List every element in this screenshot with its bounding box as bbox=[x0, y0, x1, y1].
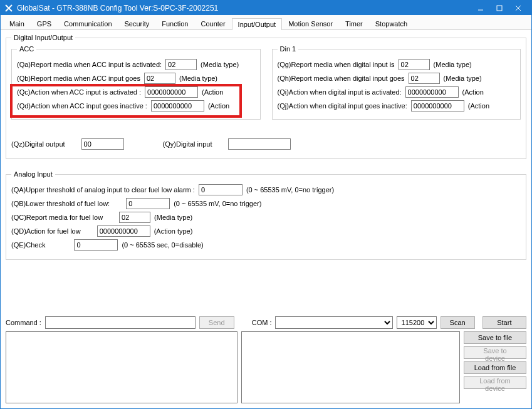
input-qe-check[interactable] bbox=[74, 239, 118, 251]
tab-strip: Main GPS Communication Security Function… bbox=[1, 15, 531, 30]
tab-communication[interactable]: Communication bbox=[58, 18, 118, 29]
log-left[interactable] bbox=[6, 331, 237, 403]
tab-timer[interactable]: Timer bbox=[339, 18, 369, 29]
app-icon bbox=[4, 4, 13, 13]
group-din1: Din 1 (Qg)Report media when digital inpu… bbox=[272, 45, 521, 120]
note-qb: (Media type) bbox=[179, 75, 217, 82]
label-qi: (Qi)Action when digital input is activat… bbox=[278, 88, 402, 96]
input-qj[interactable] bbox=[411, 100, 464, 111]
window-title: GlobalSat - GTR-388NB Config Tool Ver:S-… bbox=[17, 4, 471, 13]
tab-security[interactable]: Security bbox=[118, 18, 156, 29]
label-qa: (Qa)Report media when ACC input is activ… bbox=[17, 61, 162, 68]
tab-motion-sensor[interactable]: Motion Sensor bbox=[282, 18, 339, 29]
note-qj: (Action bbox=[468, 102, 489, 110]
legend-digital-io: Digital Input/Output bbox=[11, 34, 75, 41]
input-command[interactable] bbox=[45, 316, 196, 329]
minimize-button[interactable] bbox=[471, 1, 490, 15]
label-qd-action: (QD)Action for fuel low bbox=[11, 227, 81, 235]
row-qg: (Qg)Report media when digital input is (… bbox=[278, 59, 516, 70]
label-qe-check: (QE)Check bbox=[11, 241, 45, 249]
note-qd: (Action bbox=[208, 102, 229, 110]
row-qc: (Qc)Action when ACC input is activated :… bbox=[17, 86, 255, 98]
close-button[interactable] bbox=[509, 1, 528, 15]
tab-counter[interactable]: Counter bbox=[194, 18, 231, 29]
note-qi: (Action bbox=[462, 88, 484, 96]
input-qc[interactable] bbox=[145, 86, 198, 98]
input-qb-lower[interactable] bbox=[126, 198, 170, 209]
row-qe-check: (QE)Check (0 ~ 65535 sec, 0=disable) bbox=[11, 239, 521, 251]
tab-content: Digital Input/Output ACC (Qa)Report medi… bbox=[1, 30, 531, 269]
legend-acc: ACC bbox=[17, 45, 36, 53]
note-qb-lower: (0 ~ 65535 mV, 0=no trigger) bbox=[174, 200, 261, 207]
note-qc-media: (Media type) bbox=[154, 214, 192, 221]
label-qc: (Qc)Action when ACC input is activated : bbox=[17, 88, 141, 96]
input-qa[interactable] bbox=[165, 59, 197, 70]
tab-main[interactable]: Main bbox=[3, 18, 31, 29]
row-qb: (Qb)Report media when ACC input goes (Me… bbox=[17, 73, 255, 84]
label-com: COM : bbox=[252, 319, 272, 326]
tab-gps[interactable]: GPS bbox=[31, 18, 58, 29]
input-qa-upper[interactable] bbox=[199, 184, 243, 195]
label-qb-lower: (QB)Lower threshold of fuel low: bbox=[11, 200, 110, 207]
input-qz[interactable] bbox=[81, 138, 124, 150]
row-qj: (Qj)Action when digital input goes inact… bbox=[278, 100, 516, 111]
app-window: GlobalSat - GTR-388NB Config Tool Ver:S-… bbox=[0, 0, 532, 409]
input-qi[interactable] bbox=[405, 86, 459, 98]
tab-stopwatch[interactable]: Stopwatch bbox=[369, 18, 414, 29]
select-com-port[interactable] bbox=[275, 316, 392, 329]
label-command: Command : bbox=[6, 319, 41, 326]
maximize-button[interactable] bbox=[490, 1, 509, 15]
legend-analog: Analog Input bbox=[11, 170, 55, 178]
note-qd-action: (Action type) bbox=[154, 227, 193, 235]
row-qi: (Qi)Action when digital input is activat… bbox=[278, 86, 516, 98]
input-qy[interactable] bbox=[228, 138, 291, 150]
row-qc-media: (QC)Report media for fuel low (Media typ… bbox=[11, 212, 521, 223]
row-qh: (Qh)Report media when digital input goes… bbox=[278, 73, 516, 84]
input-qg[interactable] bbox=[399, 59, 430, 70]
group-digital-io: Digital Input/Output ACC (Qa)Report medi… bbox=[6, 34, 526, 159]
row-qd: (Qd)Action when ACC input goes inactive … bbox=[17, 100, 255, 111]
label-qz: (Qz)Digital output bbox=[11, 140, 65, 148]
log-panes: Save to file Save to device Load from fi… bbox=[6, 331, 526, 403]
svg-rect-1 bbox=[497, 6, 502, 11]
note-qh: (Media type) bbox=[444, 75, 482, 82]
label-qj: (Qj)Action when digital input goes inact… bbox=[278, 102, 407, 110]
group-acc: ACC (Qa)Report media when ACC input is a… bbox=[11, 45, 261, 120]
row-qb-lower: (QB)Lower threshold of fuel low: (0 ~ 65… bbox=[11, 198, 521, 209]
scan-button[interactable]: Scan bbox=[441, 316, 475, 329]
input-qb[interactable] bbox=[144, 73, 175, 84]
side-buttons: Save to file Save to device Load from fi… bbox=[464, 331, 526, 403]
bottom-panel: Command : Send COM : 115200 Scan Start S… bbox=[6, 316, 526, 403]
row-qd-action: (QD)Action for fuel low (Action type) bbox=[11, 225, 521, 237]
input-qc-media[interactable] bbox=[119, 212, 150, 223]
note-qe-check: (0 ~ 65535 sec, 0=disable) bbox=[122, 241, 203, 249]
input-qd-action[interactable] bbox=[97, 225, 150, 237]
input-qh[interactable] bbox=[409, 73, 440, 84]
note-qg: (Media type) bbox=[434, 61, 472, 68]
start-button[interactable]: Start bbox=[482, 316, 526, 329]
save-to-file-button[interactable]: Save to file bbox=[464, 331, 526, 344]
label-qc-media: (QC)Report media for fuel low bbox=[11, 214, 103, 221]
tab-input-output[interactable]: Input/Output bbox=[232, 18, 283, 30]
input-qd[interactable] bbox=[151, 100, 204, 111]
send-button[interactable]: Send bbox=[199, 316, 234, 329]
label-qd: (Qd)Action when ACC input goes inactive … bbox=[17, 102, 147, 110]
row-qa: (Qa)Report media when ACC input is activ… bbox=[17, 59, 255, 70]
note-qc: (Action bbox=[202, 88, 223, 96]
load-from-file-button[interactable]: Load from file bbox=[464, 361, 526, 374]
label-qy: (Qy)Digital input bbox=[163, 140, 212, 148]
save-to-device-button[interactable]: Save to device bbox=[464, 346, 526, 359]
select-baud-rate[interactable]: 115200 bbox=[397, 316, 437, 329]
titlebar: GlobalSat - GTR-388NB Config Tool Ver:S-… bbox=[1, 1, 531, 15]
log-right[interactable] bbox=[241, 331, 460, 403]
label-qh: (Qh)Report media when digital input goes bbox=[278, 75, 405, 82]
command-row: Command : Send COM : 115200 Scan Start bbox=[6, 316, 526, 329]
tab-function[interactable]: Function bbox=[155, 18, 194, 29]
group-analog-input: Analog Input (QA)Upper threshold of anal… bbox=[6, 170, 526, 260]
label-qg: (Qg)Report media when digital input is bbox=[278, 61, 395, 68]
note-qa: (Media type) bbox=[201, 61, 239, 68]
label-qa-upper: (QA)Upper threshold of analog input to c… bbox=[11, 186, 195, 194]
note-qa-upper: (0 ~ 65535 mV, 0=no trigger) bbox=[246, 186, 334, 194]
load-from-device-button[interactable]: Load from device bbox=[464, 376, 526, 389]
legend-din1: Din 1 bbox=[278, 45, 299, 53]
